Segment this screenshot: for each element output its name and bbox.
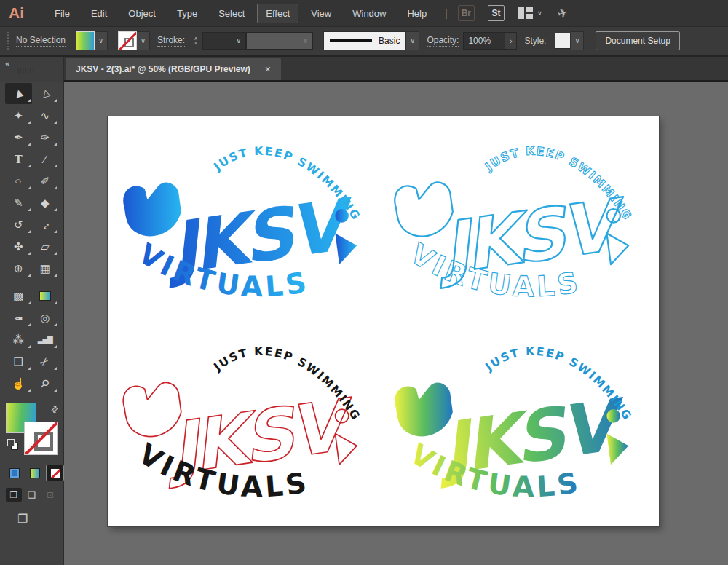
default-fill-stroke-icon[interactable] <box>7 439 18 450</box>
stroke-weight-stepper[interactable]: ∧ ∨ <box>191 36 201 45</box>
draw-behind-button[interactable]: ❑ <box>24 488 40 502</box>
canvas[interactable]: JKSV JUST KEEP SWIMMING VIRTUALS <box>64 82 728 565</box>
zoom-tool[interactable]: ⚲ <box>32 373 59 394</box>
column-graph-tool[interactable]: ▂▅▇ <box>32 329 59 350</box>
stepper-down-icon[interactable]: ∨ <box>191 41 201 45</box>
selection-status[interactable]: No Selection <box>16 35 66 47</box>
stroke-weight-label[interactable]: Stroke: <box>157 35 185 47</box>
opacity-field[interactable]: 100% <box>463 32 505 50</box>
draw-normal-button[interactable]: ❒ <box>6 488 22 502</box>
scale-tool[interactable]: ↔ <box>32 214 59 235</box>
style-swatch[interactable] <box>555 33 571 49</box>
pencil-tool[interactable]: ✎ <box>5 192 32 213</box>
panel-grip[interactable] <box>7 32 9 50</box>
fill-chevron-down-icon[interactable]: ∨ <box>95 31 108 50</box>
stroke-weight-chevron-icon[interactable]: ∨ <box>236 37 241 44</box>
pen-tool[interactable]: ✒ <box>5 127 32 148</box>
brush-definition-dropdown[interactable]: Basic <box>323 31 406 50</box>
free-transform-tool[interactable]: ▱ <box>32 236 59 257</box>
tab-close-icon[interactable]: × <box>265 64 271 74</box>
symbol-sprayer-tool[interactable]: ⁂ <box>5 329 32 350</box>
menu-type[interactable]: Type <box>168 4 206 23</box>
gradient-swatch-icon <box>30 468 40 478</box>
selection-tool[interactable]: ▶ <box>5 83 32 104</box>
blend-tool[interactable]: ◎ <box>32 307 59 328</box>
artboard-tool[interactable]: ❏ <box>5 351 32 372</box>
menu-window[interactable]: Window <box>344 4 395 23</box>
ellipse-icon: ○ <box>15 175 22 186</box>
collapse-panel-icon[interactable]: « <box>5 59 9 68</box>
workspace-switcher-icon[interactable] <box>518 7 533 19</box>
bridge-icon[interactable]: Br <box>458 5 475 21</box>
none-button[interactable] <box>47 465 63 481</box>
gradient-tool[interactable] <box>32 285 59 307</box>
logo-cell-top-right: JKSV JUST KEEP SWIMMING VIRTUALS <box>384 121 655 322</box>
document-tab[interactable]: JKSV - 2(3).ai* @ 50% (RGB/GPU Preview) … <box>66 58 281 80</box>
document-tab-bar: JKSV - 2(3).ai* @ 50% (RGB/GPU Preview) … <box>64 57 728 82</box>
menu-view[interactable]: View <box>302 4 340 23</box>
workspace-chevron-down-icon[interactable]: ∨ <box>537 9 542 17</box>
curvature-tool[interactable]: ✑ <box>32 127 59 148</box>
brush-name: Basic <box>379 36 400 46</box>
logo-gradient-rainbow[interactable]: JKSV JUST KEEP SWIMMING VIRTUALS <box>389 325 649 518</box>
stroke-proxy-swatch[interactable] <box>24 422 58 455</box>
mesh-tool[interactable]: ▩ <box>5 285 32 307</box>
menu-file[interactable]: File <box>46 4 79 23</box>
ellipse-tool[interactable]: ○ <box>5 170 32 191</box>
free-transform-icon: ▱ <box>41 240 50 253</box>
fill-swatch[interactable] <box>76 31 95 50</box>
menu-edit[interactable]: Edit <box>82 4 116 23</box>
lasso-tool[interactable]: ∿ <box>32 105 59 126</box>
menu-effect[interactable]: Effect <box>257 4 298 23</box>
menu-select[interactable]: Select <box>210 4 253 23</box>
slice-icon: ✂ <box>37 354 53 370</box>
opacity-expand-icon[interactable]: › <box>505 32 517 50</box>
type-tool[interactable]: T <box>5 149 32 170</box>
document-setup-button[interactable]: Document Setup <box>596 31 679 50</box>
toolbar-grip[interactable]: ||||||| <box>17 67 34 74</box>
stroke-color-control[interactable]: ∨ <box>118 31 150 50</box>
curvature-icon: ✑ <box>40 131 50 144</box>
toolbar-panel: « ||||||| ▶ ▷ ✦ ∿ ✒ ✑ T ∕ ○ ✐ ✎ ◆ ↺ ↔ ✣ … <box>0 57 64 565</box>
perspective-grid-icon: ▦ <box>40 262 50 275</box>
magic-wand-icon: ✦ <box>14 109 23 122</box>
menu-object[interactable]: Object <box>119 4 165 23</box>
brush-chevron-down-icon[interactable]: ∨ <box>406 31 419 50</box>
logo-outline-red[interactable]: JKSV JUST KEEP SWIMMING VIRTUALS <box>117 325 378 518</box>
hand-icon: ☝ <box>12 377 25 390</box>
direct-selection-tool[interactable]: ▷ <box>32 83 59 104</box>
stroke-chevron-down-icon[interactable]: ∨ <box>137 31 150 50</box>
logo-outline-blue[interactable]: JKSV JUST KEEP SWIMMING VIRTUALS <box>389 125 649 317</box>
shape-builder-tool[interactable]: ⊕ <box>5 258 32 279</box>
opacity-label[interactable]: Opacity: <box>427 35 459 47</box>
line-segment-tool[interactable]: ∕ <box>32 149 59 170</box>
color-button[interactable] <box>6 465 23 481</box>
direct-selection-arrow-icon: ▷ <box>39 89 51 99</box>
paintbrush-tool[interactable]: ✐ <box>32 170 59 191</box>
hand-tool[interactable]: ☝ <box>5 373 32 394</box>
change-screen-mode-icon[interactable]: ❐ <box>17 512 63 526</box>
stroke-none-swatch[interactable] <box>118 31 137 50</box>
color-swatch-icon <box>9 468 20 478</box>
magic-wand-tool[interactable]: ✦ <box>5 105 32 126</box>
menu-help[interactable]: Help <box>398 4 435 23</box>
style-chevron-down-icon[interactable]: ∨ <box>571 31 584 50</box>
pen-icon: ✒ <box>14 131 23 144</box>
mesh-icon: ▩ <box>13 290 23 303</box>
slice-tool[interactable]: ✂ <box>32 351 59 372</box>
toolbar-divider <box>7 282 56 282</box>
width-tool[interactable]: ✣ <box>5 236 32 257</box>
share-rocket-icon[interactable]: ✈ <box>556 4 570 22</box>
gradient-button[interactable] <box>26 465 43 481</box>
stroke-weight-dropdown[interactable]: ∨ <box>202 32 246 50</box>
fill-color-control[interactable]: ∨ <box>76 31 108 50</box>
stock-icon[interactable]: St <box>488 5 505 21</box>
fill-stroke-cluster: ⇄ <box>6 403 58 459</box>
eyedropper-tool[interactable]: ✒ <box>5 307 32 328</box>
zoom-icon: ⚲ <box>37 376 52 391</box>
rotate-tool[interactable]: ↺ <box>5 214 32 235</box>
eraser-tool[interactable]: ◆ <box>32 192 59 213</box>
swap-fill-stroke-icon[interactable]: ⇄ <box>49 403 61 415</box>
logo-solid-blue[interactable]: JKSV JUST KEEP SWIMMING VIRTUALS <box>117 125 378 317</box>
perspective-grid-tool[interactable]: ▦ <box>32 258 59 279</box>
